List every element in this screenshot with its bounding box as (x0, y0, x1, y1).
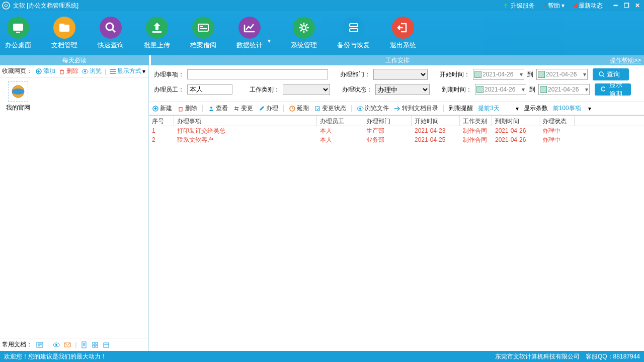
due-date-from[interactable]: 2021-04-26▾ (475, 84, 526, 95)
extend-button[interactable]: 延期 (289, 104, 309, 113)
query-button[interactable]: 查询 (593, 68, 629, 80)
view-button[interactable]: 查看 (208, 104, 228, 113)
calendar-icon[interactable] (103, 341, 110, 348)
favorites-toolbar: 收藏网页： 添加 删除 浏览 | 显示方式 ▾ (0, 65, 148, 77)
ribbon-backup[interactable]: 备份与恢复 (337, 17, 370, 50)
operation-help-link[interactable]: 操作帮助>> (610, 55, 641, 65)
svg-rect-31 (179, 108, 182, 111)
page-icon[interactable] (80, 341, 88, 348)
cat-select[interactable] (283, 84, 330, 95)
calendar-icon (540, 86, 547, 93)
svg-point-5 (106, 23, 113, 30)
svg-rect-23 (93, 342, 95, 344)
start-date-from[interactable]: 2021-04-26▾ (473, 69, 524, 80)
task-table: 序号 办理事项 办理员工 办理部门 开始时间 工作类别 到期时间 办理状态 1打… (149, 115, 644, 351)
delete-favorite-button[interactable]: 删除 (58, 67, 78, 75)
upgrade-link[interactable]: 升级服务 (502, 2, 535, 10)
minimize-button[interactable]: ━ (611, 1, 620, 10)
svg-rect-9 (350, 24, 358, 27)
eye-icon[interactable] (53, 341, 60, 348)
backup-icon (343, 17, 365, 39)
col-task[interactable]: 办理事项 (174, 116, 317, 126)
ribbon-upload[interactable]: 批量上传 (144, 17, 170, 50)
dropdown-icon: ▾ (561, 2, 565, 9)
titlebar: 文软 [办公文档管理系统] 升级服务 ? 帮助 ▾ ◀ 最新动态 ━ ❐ ✕ (0, 0, 644, 11)
change-button[interactable]: 变更 (233, 104, 253, 113)
dept-select[interactable] (373, 69, 428, 80)
table-row[interactable]: 1打印装订交给吴总本人生产部2021-04-23制作合同2021-04-26办理… (149, 126, 644, 135)
dropdown-icon: ▾ (142, 68, 145, 75)
row-count-select[interactable]: 前100事项▾ (553, 104, 591, 113)
task-input[interactable] (187, 69, 328, 79)
browse-file-button[interactable]: 浏览文件 (357, 104, 389, 113)
ribbon-chart[interactable]: 数据统计 (236, 17, 263, 50)
mail-icon[interactable] (64, 341, 71, 348)
table-row[interactable]: 2联系文软客户本人业务部2021-04-25制作合同2021-04-26办理中 (149, 135, 644, 144)
ribbon-search[interactable]: 快速查询 (98, 17, 124, 50)
maximize-button[interactable]: ❐ (622, 1, 631, 10)
help-link[interactable]: ? 帮助 ▾ (543, 2, 565, 10)
plus-icon (152, 105, 159, 112)
svg-rect-6 (152, 31, 162, 33)
svg-rect-24 (96, 342, 98, 344)
left-section-header: 每天必读 (0, 55, 149, 65)
display-mode-button[interactable]: 显示方式 ▾ (109, 67, 145, 75)
upgrade-icon (502, 2, 509, 9)
delete-button[interactable]: 删除 (177, 104, 197, 113)
gear-icon (293, 17, 315, 39)
dropdown-icon: ▾ (522, 86, 525, 93)
svg-rect-34 (315, 107, 319, 111)
ribbon-folder[interactable]: 文档管理 (51, 17, 77, 50)
col-due[interactable]: 到期时间 (492, 116, 539, 126)
col-seq[interactable]: 序号 (149, 116, 174, 126)
process-button[interactable]: 办理 (258, 104, 278, 113)
browse-favorite-button[interactable]: 浏览 (82, 67, 102, 75)
right-section-header: 工作安排 操作帮助>> (151, 55, 644, 65)
change-status-button[interactable]: 变更状态 (314, 104, 346, 113)
svg-point-0 (3, 2, 10, 9)
svg-rect-2 (16, 32, 20, 33)
show-overdue-button[interactable]: 显示逾期 (595, 83, 631, 96)
ribbon-exit[interactable]: 退出系统 (390, 17, 416, 50)
dropdown-icon[interactable]: ▾ (268, 37, 271, 44)
grid-icon[interactable] (92, 341, 99, 348)
svg-point-14 (84, 70, 86, 72)
clock-icon (289, 105, 296, 112)
ribbon-card[interactable]: 档案借阅 (190, 17, 216, 50)
svg-rect-27 (104, 343, 109, 347)
col-start[interactable]: 开始时间 (412, 116, 460, 126)
svg-point-20 (55, 344, 57, 346)
favorite-shortcut[interactable]: 我的官网 (4, 81, 32, 112)
doc-icon[interactable] (36, 341, 43, 348)
remind-days-select[interactable]: 提前3天▾ (478, 104, 519, 113)
right-panel: 办理事项： 办理部门： 开始时间： 2021-04-26▾ 到 2021-04-… (149, 65, 644, 351)
news-link[interactable]: ◀ 最新动态 (573, 2, 603, 10)
col-stat[interactable]: 办理状态 (539, 116, 575, 126)
search-icon (100, 17, 122, 39)
due-date-label: 到期时间： (441, 85, 472, 94)
close-button[interactable]: ✕ (633, 1, 642, 10)
task-label: 办理事项： (153, 70, 184, 79)
new-button[interactable]: 新建 (152, 104, 172, 113)
favorites-body: 我的官网 (0, 77, 148, 212)
due-date-to[interactable]: 2021-04-26▾ (538, 84, 590, 95)
col-emp[interactable]: 办理员工 (317, 116, 363, 126)
swap-icon (233, 105, 240, 112)
svg-point-36 (359, 108, 361, 110)
emp-input[interactable] (187, 84, 232, 95)
ribbon-desktop[interactable]: 办公桌面 (5, 17, 31, 50)
edit-icon (314, 105, 321, 112)
folder-icon (53, 17, 75, 39)
col-cat[interactable]: 工作类别 (460, 116, 492, 126)
company-text: 东莞市文软计算机科技有限公司 客服QQ：88187944 (495, 352, 640, 361)
start-date-to[interactable]: 2021-04-26▾ (536, 69, 588, 80)
col-dept[interactable]: 办理部门 (363, 116, 412, 126)
add-favorite-button[interactable]: 添加 (35, 67, 55, 75)
ribbon-gear[interactable]: 系统管理 (291, 17, 317, 50)
common-docs-label: 常用文档： (2, 340, 32, 349)
goto-dir-button[interactable]: 转到文档目录 (394, 104, 438, 113)
calendar-icon (538, 71, 545, 78)
help-icon: ? (543, 2, 546, 9)
welcome-text: 欢迎您！您的建议是我们的最大动力！ (4, 352, 107, 361)
status-select[interactable]: 办理中 (375, 84, 430, 95)
